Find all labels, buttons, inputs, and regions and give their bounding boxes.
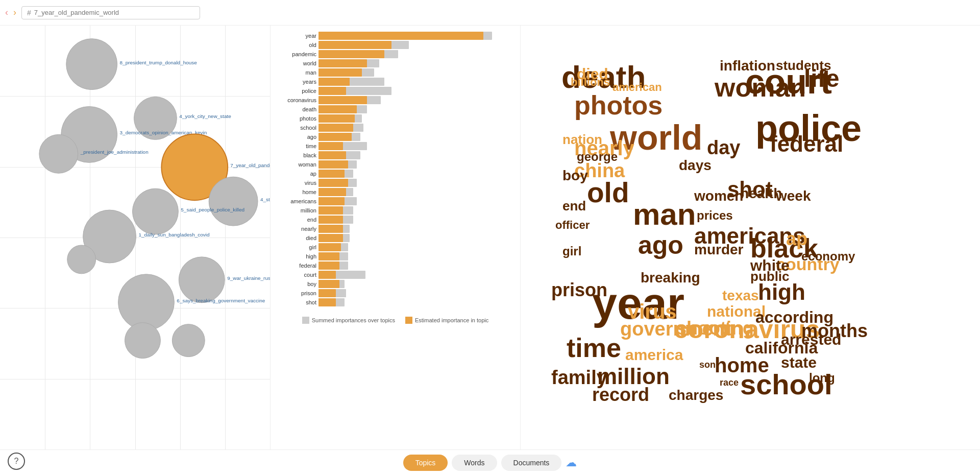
- bar-row: prison: [276, 289, 515, 297]
- bar-row: world: [276, 59, 515, 67]
- topic-label: 8_president_trump_donald_house: [120, 60, 198, 65]
- bar-fg: [318, 151, 346, 159]
- word-cloud-word[interactable]: murder: [694, 243, 743, 257]
- word-cloud-word[interactable]: ap: [786, 230, 807, 248]
- word-cloud-word[interactable]: prison: [551, 281, 607, 299]
- bar-container: [318, 114, 515, 123]
- bar-fg: [318, 234, 343, 242]
- word-cloud-word[interactable]: old: [587, 179, 629, 207]
- word-cloud-word[interactable]: inflation: [720, 59, 775, 73]
- topic-bubble[interactable]: [66, 39, 117, 90]
- word-cloud-word[interactable]: race: [720, 378, 739, 387]
- word-cloud-word[interactable]: week: [776, 189, 811, 203]
- bar-label: high: [276, 253, 316, 259]
- word-cloud-word[interactable]: prices: [697, 209, 733, 222]
- bar-row: coronavirus: [276, 96, 515, 104]
- bar-container: [318, 105, 515, 113]
- topic-bubble[interactable]: [172, 324, 205, 357]
- word-cloud-word[interactable]: billions: [571, 77, 610, 88]
- bar-row: ap: [276, 170, 515, 178]
- word-cloud-word[interactable]: long: [809, 372, 835, 384]
- bar-row: year: [276, 32, 515, 40]
- topic-bubble[interactable]: [39, 134, 78, 173]
- cloud-icon[interactable]: ☁: [566, 456, 577, 469]
- bar-fg: [318, 252, 339, 260]
- bar-row: boy: [276, 280, 515, 288]
- bar-row: man: [276, 68, 515, 77]
- bar-label: boy: [276, 281, 316, 287]
- bar-fg: [318, 298, 336, 306]
- bubble-chart[interactable]: 8_president_trump_donald_house4_york_cit…: [0, 26, 270, 449]
- word-cloud-word[interactable]: nation: [562, 133, 602, 146]
- word-cloud-word[interactable]: months: [801, 322, 868, 340]
- word-cloud-word[interactable]: women: [694, 189, 743, 203]
- bar-label: virus: [276, 180, 316, 186]
- bar-container: [318, 243, 515, 251]
- word-cloud-word[interactable]: breaking: [641, 271, 700, 285]
- word-cloud-word[interactable]: days: [679, 158, 712, 173]
- bar-row: woman: [276, 160, 515, 169]
- word-cloud-word[interactable]: end: [562, 199, 586, 212]
- bar-fg: [318, 41, 391, 49]
- bar-row: court: [276, 271, 515, 279]
- bars-container: yearoldpandemicworldmanyearspolicecorona…: [271, 32, 520, 306]
- word-cloud-word[interactable]: shooting: [676, 319, 754, 338]
- search-input[interactable]: [34, 9, 194, 16]
- bar-label: court: [276, 272, 316, 278]
- topic-bubble[interactable]: [133, 188, 179, 234]
- word-cloud-word[interactable]: state: [781, 355, 817, 370]
- tab-topics[interactable]: Topics: [403, 455, 448, 471]
- bar-label: man: [276, 69, 316, 76]
- word-cloud-word[interactable]: economy: [801, 250, 855, 263]
- word-cloud-word[interactable]: texas: [722, 289, 759, 303]
- word-cloud-word[interactable]: day: [707, 138, 740, 157]
- bubble-chart-panel: 8_president_trump_donald_house4_york_cit…: [0, 26, 271, 449]
- bar-container: [318, 160, 515, 169]
- word-cloud-word[interactable]: man: [633, 199, 696, 230]
- word-cloud-word[interactable]: america: [625, 347, 683, 363]
- topic-label: 7_year_old_pandemic_world: [230, 162, 270, 168]
- bar-row: virus: [276, 179, 515, 187]
- bar-row: black: [276, 151, 515, 159]
- bar-fg: [318, 197, 345, 205]
- topic-bubble[interactable]: [179, 257, 225, 303]
- bar-container: [318, 142, 515, 150]
- next-button[interactable]: ›: [13, 7, 16, 18]
- bar-container: [318, 78, 515, 86]
- bar-legend: Summed importances over topics Estimated…: [271, 312, 520, 329]
- topic-label: 5_said_people_police_killed: [181, 207, 244, 212]
- topic-label: 1_daily_sun_bangladesh_covid: [138, 232, 209, 238]
- word-cloud-word[interactable]: charges: [669, 388, 723, 402]
- bar-label: federal: [276, 263, 316, 269]
- word-cloud-word[interactable]: federal: [770, 133, 843, 155]
- topic-bubble[interactable]: [118, 274, 175, 330]
- bar-chart-panel: yearoldpandemicworldmanyearspolicecorona…: [271, 26, 521, 449]
- bar-label: woman: [276, 161, 316, 168]
- tab-documents[interactable]: Documents: [501, 455, 562, 471]
- word-cloud-word[interactable]: george: [577, 151, 618, 163]
- bar-label: nearly: [276, 226, 316, 232]
- bar-fg: [318, 280, 339, 288]
- word-cloud-word[interactable]: officer: [555, 220, 590, 231]
- topic-bubble[interactable]: [209, 177, 258, 226]
- word-cloud-word[interactable]: photos: [574, 92, 663, 118]
- prev-button[interactable]: ‹: [5, 7, 8, 18]
- word-cloud-word[interactable]: ago: [638, 232, 683, 258]
- bar-row: time: [276, 142, 515, 150]
- topic-bubble[interactable]: [125, 323, 161, 359]
- bar-container: [318, 271, 515, 279]
- word-cloud-word[interactable]: time: [567, 335, 621, 361]
- help-button[interactable]: ?: [8, 453, 25, 470]
- tab-words[interactable]: Words: [452, 455, 497, 471]
- word-cloud-word[interactable]: public: [750, 270, 790, 283]
- word-cloud-word[interactable]: record: [592, 386, 649, 404]
- word-cloud-word[interactable]: students: [776, 59, 831, 72]
- word-cloud-word[interactable]: high: [758, 281, 805, 303]
- word-cloud-word[interactable]: boy: [562, 169, 588, 183]
- topic-bubble[interactable]: [67, 245, 96, 274]
- word-cloud-word[interactable]: son: [699, 360, 716, 369]
- word-cloud-word[interactable]: american: [612, 82, 662, 93]
- bar-row: girl: [276, 243, 515, 251]
- bar-row: police: [276, 87, 515, 95]
- word-cloud-word[interactable]: girl: [562, 245, 581, 257]
